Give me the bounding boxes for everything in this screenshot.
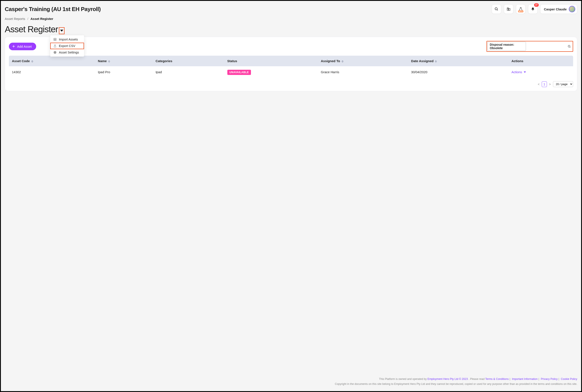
global-search-button[interactable] bbox=[492, 4, 501, 14]
menu-item-label: Export CSV bbox=[59, 44, 75, 48]
table-row: 14302 Ipad Pro Ipad UNAVAILABLE Grace Ha… bbox=[9, 66, 573, 78]
header-actions: BETA 37 Casper Claude bbox=[492, 4, 577, 14]
footer-link-terms[interactable]: Terms & Conditions bbox=[485, 378, 509, 380]
breadcrumb-parent[interactable]: Asset Reports bbox=[5, 17, 25, 20]
cell-categories: Ipad bbox=[152, 66, 224, 78]
asset-register-card: Add Asset Disposal reason: Obsolete Asse… bbox=[5, 37, 577, 91]
col-assigned-to[interactable]: Assigned To bbox=[318, 56, 408, 66]
building-icon bbox=[507, 7, 511, 11]
sort-icon bbox=[31, 60, 33, 62]
asset-table: Asset Code Name Categories Status Assign… bbox=[9, 56, 573, 78]
caret-down-icon bbox=[524, 72, 526, 73]
col-actions: Actions bbox=[508, 56, 573, 66]
menu-item-label: Asset Settings bbox=[59, 51, 79, 54]
add-asset-label: Add Asset bbox=[17, 44, 32, 48]
search-icon bbox=[568, 45, 571, 48]
svg-line-15 bbox=[570, 47, 570, 48]
footer: This Platform is owned and operated by E… bbox=[1, 372, 581, 391]
bell-icon bbox=[531, 7, 535, 11]
pager-next[interactable]: > bbox=[549, 82, 551, 86]
svg-point-14 bbox=[568, 45, 570, 47]
footer-link-important[interactable]: Important Information bbox=[512, 378, 538, 380]
sort-icon bbox=[108, 60, 110, 62]
svg-point-0 bbox=[495, 8, 497, 10]
footer-link-cookie[interactable]: Cookie Policy bbox=[561, 378, 577, 380]
breadcrumb-separator: / bbox=[27, 17, 28, 20]
cell-name: Ipad Pro bbox=[95, 66, 152, 78]
search-input[interactable] bbox=[526, 44, 567, 49]
sort-icon bbox=[435, 60, 437, 62]
notifications-button[interactable]: 37 bbox=[528, 4, 538, 14]
active-filter-pill[interactable]: Disposal reason: Obsolete bbox=[487, 42, 526, 51]
page-title: Asset Register bbox=[5, 24, 58, 34]
plus-icon bbox=[12, 44, 15, 48]
cell-asset-code: 14302 bbox=[9, 66, 95, 78]
export-icon bbox=[53, 44, 57, 48]
org-switcher-button[interactable] bbox=[504, 4, 513, 14]
breadcrumb-current: Asset Register bbox=[30, 17, 53, 20]
add-asset-button[interactable]: Add Asset bbox=[9, 43, 36, 50]
labs-button[interactable]: BETA bbox=[516, 4, 526, 14]
pager-prev[interactable]: < bbox=[538, 82, 540, 86]
col-date-assigned[interactable]: Date Assigned bbox=[408, 56, 508, 66]
footer-text: This Platform is owned and operated by bbox=[379, 378, 428, 380]
row-actions-menu[interactable]: Actions bbox=[512, 70, 570, 74]
page-menu-dropdown: Import Assets Export CSV Asset Settings bbox=[50, 35, 84, 56]
user-menu[interactable]: Casper Claude bbox=[540, 4, 577, 14]
cell-date-assigned: 30/04/2020 bbox=[408, 66, 508, 78]
col-name[interactable]: Name bbox=[95, 56, 152, 66]
notification-count-badge: 37 bbox=[534, 3, 539, 7]
menu-item-asset-settings[interactable]: Asset Settings bbox=[50, 49, 84, 56]
svg-point-7 bbox=[533, 10, 533, 11]
cell-status: UNAVAILABLE bbox=[224, 66, 318, 78]
svg-point-11 bbox=[54, 52, 55, 53]
sort-icon bbox=[341, 60, 344, 62]
gear-icon bbox=[53, 51, 57, 54]
col-asset-code[interactable]: Asset Code bbox=[9, 56, 95, 66]
svg-rect-3 bbox=[509, 8, 510, 10]
user-name: Casper Claude bbox=[544, 7, 567, 11]
pager-current-page[interactable]: 1 bbox=[542, 82, 547, 87]
search-icon bbox=[495, 7, 499, 11]
footer-link-privacy[interactable]: Privacy Policy bbox=[541, 378, 558, 380]
footer-text: . Please read bbox=[469, 378, 485, 380]
beta-badge: BETA bbox=[518, 10, 524, 12]
search-filter-wrap: Disposal reason: Obsolete bbox=[487, 41, 573, 52]
cell-assigned-to: Grace Harris bbox=[318, 66, 408, 78]
col-status[interactable]: Status bbox=[224, 56, 318, 66]
page-size-select[interactable]: 20 / page bbox=[553, 81, 573, 87]
footer-owner-link[interactable]: Employment Hero Pty Ltd © 2023 bbox=[427, 378, 468, 380]
status-badge: UNAVAILABLE bbox=[227, 70, 251, 75]
col-categories[interactable]: Categories bbox=[152, 56, 224, 66]
breadcrumb: Asset Reports / Asset Register bbox=[1, 16, 581, 24]
caret-down-icon bbox=[60, 30, 63, 32]
avatar bbox=[569, 6, 575, 12]
menu-item-import-assets[interactable]: Import Assets bbox=[50, 36, 84, 43]
menu-item-export-csv[interactable]: Export CSV bbox=[50, 43, 84, 49]
menu-item-label: Import Assets bbox=[59, 38, 78, 41]
svg-line-1 bbox=[497, 10, 498, 10]
pagination: < 1 > 20 / page bbox=[9, 81, 573, 87]
import-icon bbox=[53, 38, 57, 41]
search-submit-icon[interactable] bbox=[568, 45, 571, 48]
footer-copyright: Copyright in the documents on this site … bbox=[5, 382, 577, 387]
page-menu-trigger[interactable] bbox=[59, 27, 64, 34]
org-title: Casper's Training (AU 1st EH Payroll) bbox=[5, 6, 101, 12]
